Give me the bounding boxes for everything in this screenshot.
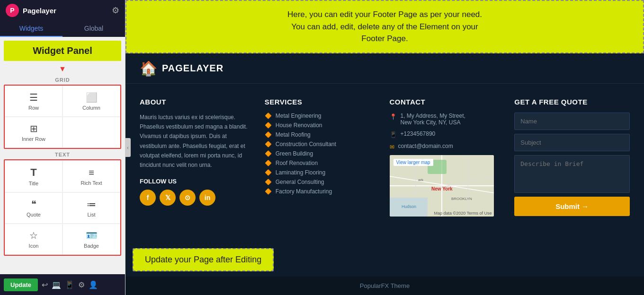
arrow-down-icon: ▼ <box>0 65 125 73</box>
services-list: 🔶Metal Engineering 🔶House Renovation 🔶Me… <box>265 113 380 195</box>
service-item-0[interactable]: 🔶Metal Engineering <box>265 113 380 119</box>
quote-title: GET A FREE QUOTE <box>514 98 630 106</box>
service-item-4[interactable]: 🔶Green Building <box>265 150 380 157</box>
title-icon: T <box>30 166 36 179</box>
service-item-2[interactable]: 🔶Metal Roofing <box>265 131 380 138</box>
email-icon: ✉ <box>390 144 394 150</box>
tabs-row: Widgets Global <box>0 21 125 37</box>
list-label: List <box>87 212 95 217</box>
brand-area: P Pagelayer <box>6 4 56 17</box>
user-icon[interactable]: 👤 <box>89 280 98 289</box>
facebook-icon[interactable]: f <box>140 190 156 206</box>
text-row-3: ☆ Icon 🪪 Badge <box>5 224 120 255</box>
name-input[interactable] <box>514 113 630 130</box>
svg-text:Hudson: Hudson <box>402 204 416 209</box>
widget-inner-row-item[interactable]: ⊞ Inner Row <box>5 117 63 148</box>
service-item-1[interactable]: 🔶House Renovation <box>265 122 380 129</box>
phone-text: +1234567890 <box>401 130 436 137</box>
update-button[interactable]: Update <box>4 278 38 291</box>
service-item-5[interactable]: 🔶Roof Renovation <box>265 160 380 166</box>
site-logo-icon: 🏠 <box>140 60 157 77</box>
cone-icon-1: 🔶 <box>265 122 272 129</box>
column-label: Column <box>82 105 100 111</box>
widget-badge-item[interactable]: 🪪 Badge <box>63 224 120 255</box>
settings-icon[interactable]: ⚙ <box>78 280 85 289</box>
top-bar: P Pagelayer ⚙ <box>0 0 125 21</box>
about-text: Mauris luctus varius ex id scelerisque. … <box>140 113 255 170</box>
callout-box: Here, you can edit your Footer Page as p… <box>125 0 644 53</box>
address-text: 1, My Address, My Street,New York City, … <box>401 113 465 126</box>
desktop-icon[interactable]: 💻 <box>52 280 61 289</box>
quote-column: GET A FREE QUOTE Submit → <box>514 98 630 268</box>
cone-icon-6: 🔶 <box>265 169 272 176</box>
map-copyright: Map data ©2020 Terms of Use <box>434 211 492 216</box>
quote-form: Submit → <box>514 113 630 216</box>
cone-icon-2: 🔶 <box>265 131 272 138</box>
column-icon: ⬜ <box>86 92 98 103</box>
subject-input[interactable] <box>514 134 630 151</box>
row-icon: ☰ <box>29 92 38 103</box>
text-widget-grid: T Title ≡ Rich Text ❝ Quote ≔ List <box>4 159 121 256</box>
map-placeholder: Hudson New York BROOKLYN ark View larger… <box>390 155 494 217</box>
widget-list-item[interactable]: ≔ List <box>63 192 120 224</box>
service-item-3[interactable]: 🔶Construction Consultant <box>265 141 380 148</box>
tablet-icon[interactable]: 📱 <box>65 280 74 289</box>
svg-text:BROOKLYN: BROOKLYN <box>451 197 472 201</box>
twitter-icon[interactable]: 𝕏 <box>160 190 176 206</box>
contact-phone: 📱 +1234567890 <box>390 130 505 138</box>
cone-icon-5: 🔶 <box>265 160 272 166</box>
widget-title-item[interactable]: T Title <box>5 160 63 192</box>
map-pin-icon: 📍 <box>390 113 397 120</box>
bottom-bar: Update ↩ 💻 📱 ⚙ 👤 <box>0 274 125 295</box>
text-section-label: TEXT <box>0 149 125 159</box>
services-title: SERVICES <box>265 98 380 106</box>
services-column: SERVICES 🔶Metal Engineering 🔶House Renov… <box>265 98 380 268</box>
submit-button[interactable]: Submit → <box>514 197 630 216</box>
footer-columns: ABOUT Mauris luctus varius ex id sceleri… <box>125 84 644 277</box>
widget-row-2: ⊞ Inner Row <box>5 117 120 148</box>
describe-textarea[interactable] <box>514 155 630 193</box>
rich-text-label: Rich Text <box>80 180 102 186</box>
text-row-2: ❝ Quote ≔ List <box>5 192 120 224</box>
cone-icon-4: 🔶 <box>265 150 272 157</box>
linkedin-icon[interactable]: in <box>199 190 215 206</box>
widget-rich-text-item[interactable]: ≡ Rich Text <box>63 160 120 192</box>
phone-icon: 📱 <box>390 131 397 138</box>
social-icons: f 𝕏 ⊙ in <box>140 190 255 206</box>
undo-icon[interactable]: ↩ <box>42 280 48 289</box>
service-item-7[interactable]: 🔶General Consulting <box>265 179 380 185</box>
left-panel: P Pagelayer ⚙ Widgets Global Widget Pane… <box>0 0 125 295</box>
site-header: 🏠 PAGELAYER <box>125 53 644 84</box>
tab-widgets[interactable]: Widgets <box>0 21 63 37</box>
collapse-handle[interactable]: ‹ <box>125 138 131 157</box>
widget-icon-item[interactable]: ☆ Icon <box>5 224 63 255</box>
callout-text: Here, you can edit your Footer Page as p… <box>287 10 482 43</box>
contact-address: 📍 1, My Address, My Street,New York City… <box>390 113 505 126</box>
widget-quote-item[interactable]: ❝ Quote <box>5 192 63 224</box>
widget-grid: ☰ Row ⬜ Column ⊞ Inner Row <box>4 85 121 149</box>
widget-row-item[interactable]: ☰ Row <box>5 86 63 117</box>
service-item-8[interactable]: 🔶Factory Manufacturing <box>265 188 380 195</box>
rich-text-icon: ≡ <box>89 167 94 178</box>
tab-global[interactable]: Global <box>63 21 125 37</box>
inner-row-icon: ⊞ <box>30 123 38 134</box>
widget-column-item[interactable]: ⬜ Column <box>63 86 120 117</box>
icon-label: Icon <box>29 243 39 249</box>
map-view-larger[interactable]: View larger map <box>394 159 433 166</box>
follow-us-label: FOLLOW US <box>140 178 255 185</box>
icon-icon: ☆ <box>29 230 38 241</box>
update-tooltip-text: Update your Page after Editing <box>145 255 261 264</box>
service-item-6[interactable]: 🔶Laminating Flooring <box>265 169 380 176</box>
about-column: ABOUT Mauris luctus varius ex id sceleri… <box>140 98 255 268</box>
contact-column: CONTACT 📍 1, My Address, My Street,New Y… <box>390 98 505 268</box>
cone-icon-8: 🔶 <box>265 188 272 195</box>
gear-icon[interactable]: ⚙ <box>112 5 119 16</box>
inner-row-label: Inner Row <box>22 136 45 142</box>
grid-section: ▼ GRID ☰ Row ⬜ Column ⊞ Inner Row <box>0 65 125 149</box>
row-label: Row <box>28 105 39 111</box>
badge-label: Badge <box>84 243 99 249</box>
text-row-1: T Title ≡ Rich Text <box>5 160 120 192</box>
instagram-icon[interactable]: ⊙ <box>179 190 196 206</box>
svg-text:New York: New York <box>431 186 453 191</box>
badge-icon: 🪪 <box>86 230 98 241</box>
